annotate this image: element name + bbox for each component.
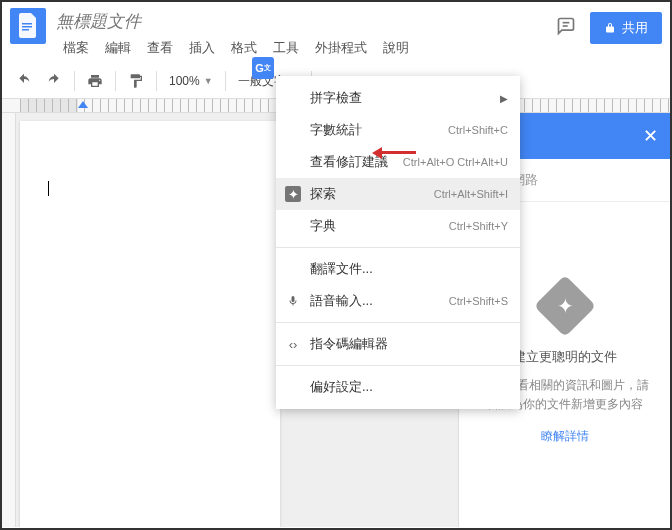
- tools-dropdown: 拼字檢查▶字數統計Ctrl+Shift+C查看修訂建議Ctrl+Alt+O Ct…: [276, 76, 520, 409]
- svg-rect-1: [22, 26, 32, 28]
- menu-insert[interactable]: 插入: [182, 36, 222, 60]
- docs-logo[interactable]: [10, 8, 46, 44]
- menu-edit[interactable]: 編輯: [98, 36, 138, 60]
- menu-item-語音輸入...[interactable]: 語音輸入...Ctrl+Shift+S: [276, 285, 520, 317]
- separator: [115, 71, 116, 91]
- menu-item-偏好設定...[interactable]: 偏好設定...: [276, 371, 520, 403]
- doc-title[interactable]: 無標題文件: [56, 8, 552, 35]
- menu-item-探索[interactable]: ✦探索Ctrl+Alt+Shift+I: [276, 178, 520, 210]
- menu-bar: 檔案 編輯 查看 插入 格式 工具 外掛程式 說明: [56, 36, 552, 60]
- share-label: 共用: [622, 19, 648, 37]
- menu-file[interactable]: 檔案: [56, 36, 96, 60]
- menu-item-字數統計[interactable]: 字數統計Ctrl+Shift+C: [276, 114, 520, 146]
- separator: [225, 71, 226, 91]
- menu-item-label: 字典: [310, 217, 449, 235]
- menu-item-label: 偏好設定...: [310, 378, 508, 396]
- mic-icon: [285, 293, 301, 309]
- lock-icon: [604, 22, 616, 34]
- comments-icon[interactable]: [552, 12, 580, 44]
- menu-item-字典[interactable]: 字典Ctrl+Shift+Y: [276, 210, 520, 242]
- explore-icon: ✦: [285, 186, 301, 202]
- menu-shortcut: Ctrl+Alt+Shift+I: [434, 188, 508, 200]
- menu-item-label: 查看修訂建議: [310, 153, 403, 171]
- menu-separator: [276, 365, 520, 366]
- menu-item-label: 探索: [310, 185, 434, 203]
- document-page[interactable]: [20, 121, 280, 527]
- separator: [74, 71, 75, 91]
- menu-help[interactable]: 說明: [376, 36, 416, 60]
- explore-title: 建立更聰明的文件: [513, 348, 617, 366]
- zoom-select[interactable]: 100%▼: [163, 71, 219, 91]
- menu-shortcut: Ctrl+Shift+Y: [449, 220, 508, 232]
- menu-separator: [276, 247, 520, 248]
- svg-rect-2: [22, 29, 29, 31]
- menu-item-label: 拼字檢查: [310, 89, 500, 107]
- menu-item-拼字檢查[interactable]: 拼字檢查▶: [276, 82, 520, 114]
- vertical-ruler[interactable]: [2, 113, 16, 527]
- menu-shortcut: Ctrl+Alt+O Ctrl+Alt+U: [403, 156, 508, 168]
- redo-button[interactable]: [40, 68, 68, 94]
- separator: [156, 71, 157, 91]
- paint-format-button[interactable]: [122, 68, 150, 94]
- menu-separator: [276, 322, 520, 323]
- menu-view[interactable]: 查看: [140, 36, 180, 60]
- ruler-indent-marker[interactable]: [78, 101, 88, 108]
- annotation-arrow: [380, 151, 416, 154]
- explore-learn-more-link[interactable]: 瞭解詳情: [541, 428, 589, 445]
- print-button[interactable]: [81, 68, 109, 94]
- close-icon[interactable]: ✕: [643, 125, 658, 147]
- menu-item-指令碼編輯器[interactable]: ‹›指令碼編輯器: [276, 328, 520, 360]
- code-icon: ‹›: [285, 336, 301, 352]
- menu-addons[interactable]: 外掛程式: [308, 36, 374, 60]
- undo-button[interactable]: [10, 68, 38, 94]
- svg-rect-0: [22, 23, 32, 25]
- text-cursor: [48, 181, 49, 196]
- explore-diamond-icon: ✦: [533, 275, 595, 337]
- menu-shortcut: Ctrl+Shift+C: [448, 124, 508, 136]
- menu-item-翻譯文件...[interactable]: 翻譯文件...: [276, 253, 520, 285]
- menu-item-label: 語音輸入...: [310, 292, 449, 310]
- menu-item-label: 指令碼編輯器: [310, 335, 508, 353]
- translate-badge[interactable]: G文: [252, 57, 274, 79]
- menu-item-label: 翻譯文件...: [310, 260, 508, 278]
- menu-shortcut: Ctrl+Shift+S: [449, 295, 508, 307]
- share-button[interactable]: 共用: [590, 12, 662, 44]
- submenu-arrow-icon: ▶: [500, 93, 508, 104]
- menu-item-label: 字數統計: [310, 121, 448, 139]
